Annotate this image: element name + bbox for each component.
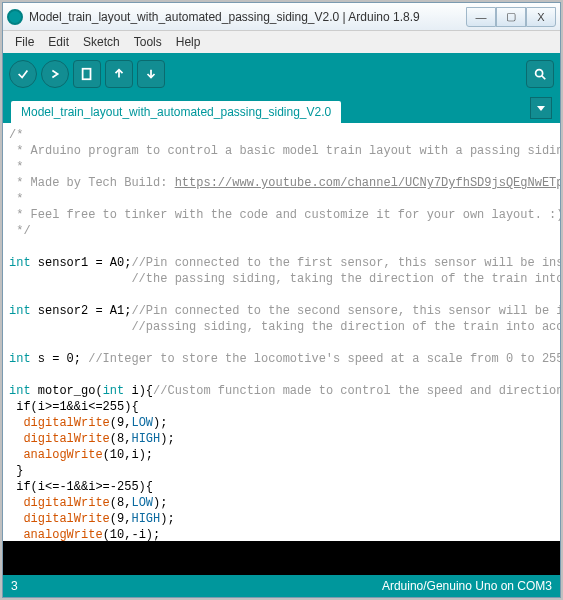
upload-button[interactable] [41, 60, 69, 88]
maximize-button[interactable]: ▢ [496, 7, 526, 27]
tabbar: Model_train_layout_with_automated_passin… [3, 95, 560, 123]
menubar: File Edit Sketch Tools Help [3, 31, 560, 53]
close-button[interactable]: X [526, 7, 556, 27]
svg-marker-3 [537, 106, 545, 111]
svg-point-1 [536, 70, 543, 77]
status-board: Arduino/Genuino Uno on COM3 [382, 579, 552, 593]
svg-line-2 [542, 76, 546, 80]
arduino-logo-icon [7, 9, 23, 25]
status-line: 3 [11, 579, 18, 593]
menu-file[interactable]: File [9, 33, 40, 51]
console [3, 541, 560, 575]
window-title: Model_train_layout_with_automated_passin… [29, 10, 460, 24]
save-button[interactable] [137, 60, 165, 88]
svg-rect-0 [83, 69, 91, 80]
toolbar [3, 53, 560, 95]
serial-monitor-button[interactable] [526, 60, 554, 88]
sketch-tab[interactable]: Model_train_layout_with_automated_passin… [11, 101, 341, 123]
minimize-button[interactable]: — [466, 7, 496, 27]
titlebar: Model_train_layout_with_automated_passin… [3, 3, 560, 31]
statusbar: 3 Arduino/Genuino Uno on COM3 [3, 575, 560, 597]
menu-sketch[interactable]: Sketch [77, 33, 126, 51]
window-controls: — ▢ X [466, 7, 556, 27]
tab-menu-button[interactable] [530, 97, 552, 119]
open-button[interactable] [105, 60, 133, 88]
verify-button[interactable] [9, 60, 37, 88]
menu-help[interactable]: Help [170, 33, 207, 51]
new-button[interactable] [73, 60, 101, 88]
menu-tools[interactable]: Tools [128, 33, 168, 51]
code-editor[interactable]: /* * Arduino program to control a basic … [3, 123, 560, 541]
menu-edit[interactable]: Edit [42, 33, 75, 51]
